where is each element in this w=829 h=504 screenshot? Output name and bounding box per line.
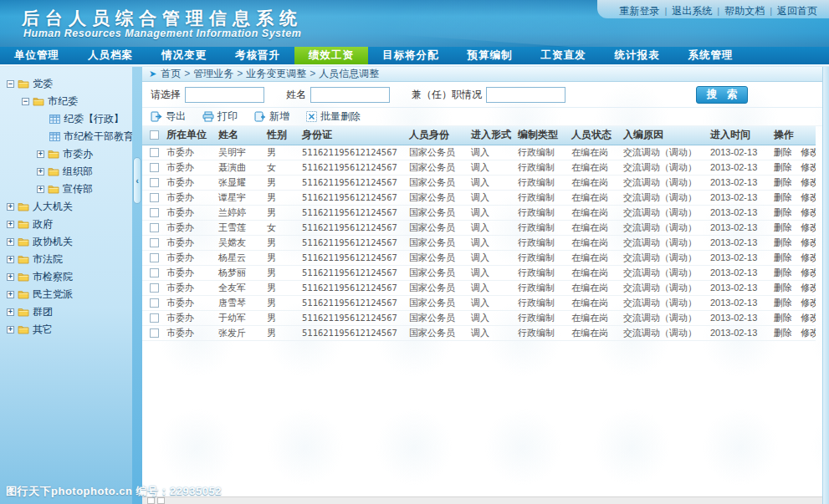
tree-node-6[interactable]: +宣传部 bbox=[0, 181, 132, 198]
tree-node-13[interactable]: +群团 bbox=[0, 303, 132, 321]
expand-toggle-icon[interactable]: + bbox=[37, 168, 44, 176]
expand-toggle-icon[interactable]: + bbox=[7, 221, 14, 228]
row-action-modify[interactable]: 修改 bbox=[801, 207, 816, 217]
collapse-toggle-icon[interactable]: − bbox=[7, 80, 14, 88]
expand-toggle-icon[interactable]: + bbox=[7, 203, 14, 211]
toolbar-button-2[interactable]: 新增 bbox=[254, 109, 289, 124]
row-action-modify[interactable]: 修改 bbox=[801, 328, 816, 338]
row-action-delete[interactable]: 删除 bbox=[774, 298, 792, 308]
tree-node-10[interactable]: +市法院 bbox=[0, 251, 132, 268]
row-action-modify[interactable]: 修改 bbox=[801, 267, 816, 277]
expand-toggle-icon[interactable]: + bbox=[37, 150, 44, 158]
sidebar-collapse-handle[interactable]: ‹ bbox=[133, 157, 141, 204]
expand-toggle-icon[interactable]: + bbox=[7, 326, 14, 333]
tree-node-5[interactable]: +组织部 bbox=[0, 163, 132, 181]
tree-node-2[interactable]: 纪委【行政】 bbox=[0, 110, 132, 128]
row-action-delete[interactable]: 删除 bbox=[774, 267, 792, 277]
tree-node-9[interactable]: +政协机关 bbox=[0, 233, 132, 251]
cell-id_card: 511621195612124567 bbox=[299, 160, 407, 175]
toolbar-button-3[interactable]: 批量删除 bbox=[306, 109, 361, 124]
row-action-modify[interactable]: 修改 bbox=[801, 237, 816, 247]
row-action-delete[interactable]: 删除 bbox=[774, 237, 792, 247]
expand-toggle-icon[interactable]: + bbox=[7, 308, 14, 316]
breadcrumb-part-1[interactable]: 管理业务 bbox=[193, 68, 233, 79]
row-action-modify[interactable]: 修改 bbox=[801, 162, 816, 172]
nav-item-2[interactable]: 情况变更 bbox=[147, 47, 221, 64]
breadcrumb-part-0[interactable]: 首页 bbox=[161, 68, 181, 79]
header-link-0[interactable]: 重新登录 bbox=[619, 5, 659, 17]
nav-item-9[interactable]: 系统管理 bbox=[674, 47, 748, 64]
row-action-modify[interactable]: 修改 bbox=[801, 222, 816, 232]
row-checkbox[interactable] bbox=[150, 298, 159, 308]
tree-node-3[interactable]: 市纪检干部教育培训中心 bbox=[0, 128, 132, 145]
cell-gender: 男 bbox=[264, 295, 299, 310]
row-checkbox[interactable] bbox=[150, 238, 159, 247]
tree-node-4[interactable]: +市委办 bbox=[0, 145, 132, 163]
row-checkbox[interactable] bbox=[150, 208, 159, 217]
pagination-bar[interactable] bbox=[142, 496, 822, 504]
row-checkbox[interactable] bbox=[150, 283, 159, 293]
expand-toggle-icon[interactable]: + bbox=[7, 273, 14, 281]
row-checkbox[interactable] bbox=[150, 223, 159, 232]
expand-toggle-icon[interactable]: + bbox=[7, 291, 14, 298]
row-action-delete[interactable]: 删除 bbox=[774, 313, 792, 323]
tree-node-14[interactable]: +其它 bbox=[0, 321, 132, 339]
expand-toggle-icon[interactable]: + bbox=[7, 256, 14, 263]
row-action-modify[interactable]: 修改 bbox=[801, 298, 816, 308]
row-checkbox[interactable] bbox=[150, 253, 159, 262]
row-action-delete[interactable]: 删除 bbox=[774, 147, 792, 157]
breadcrumb-part-2[interactable]: 业务变更调整 bbox=[246, 68, 306, 79]
select-all-checkbox[interactable] bbox=[150, 130, 159, 140]
row-action-delete[interactable]: 删除 bbox=[774, 207, 792, 217]
row-checkbox[interactable] bbox=[150, 328, 159, 338]
expand-toggle-icon[interactable]: + bbox=[37, 186, 44, 193]
search-input-2[interactable] bbox=[486, 87, 565, 103]
search-input-1[interactable] bbox=[310, 87, 390, 103]
tree-node-11[interactable]: +市检察院 bbox=[0, 268, 132, 286]
toolbar-button-0[interactable]: 导出 bbox=[151, 109, 186, 124]
row-checkbox[interactable] bbox=[150, 313, 159, 323]
collapse-toggle-icon[interactable]: − bbox=[22, 98, 29, 105]
row-action-delete[interactable]: 删除 bbox=[774, 222, 792, 232]
tree-node-12[interactable]: +民主党派 bbox=[0, 286, 132, 303]
tree-node-1[interactable]: −市纪委 bbox=[0, 93, 132, 110]
row-action-modify[interactable]: 修改 bbox=[801, 192, 816, 202]
nav-item-5[interactable]: 目标将分配 bbox=[368, 47, 453, 64]
nav-item-0[interactable]: 单位管理 bbox=[0, 47, 74, 64]
row-action-modify[interactable]: 修改 bbox=[801, 283, 816, 293]
row-checkbox[interactable] bbox=[150, 268, 159, 277]
tree-node-0[interactable]: −党委 bbox=[0, 75, 132, 93]
search-input-0[interactable] bbox=[185, 87, 264, 103]
row-checkbox[interactable] bbox=[150, 148, 159, 157]
header-link-2[interactable]: 帮助文档 bbox=[724, 5, 765, 17]
app-window: 后台人员综合管理信息系统 Human Resources Management … bbox=[0, 0, 829, 504]
row-action-delete[interactable]: 删除 bbox=[774, 283, 792, 293]
nav-item-6[interactable]: 预算编制 bbox=[453, 47, 527, 64]
row-action-modify[interactable]: 修改 bbox=[801, 147, 816, 157]
header-link-1[interactable]: 退出系统 bbox=[672, 5, 712, 17]
row-action-delete[interactable]: 删除 bbox=[774, 162, 792, 172]
row-checkbox[interactable] bbox=[150, 178, 159, 187]
content-scrollbar[interactable] bbox=[822, 67, 829, 504]
nav-item-4[interactable]: 绩效工资 bbox=[294, 47, 368, 64]
row-action-modify[interactable]: 修改 bbox=[801, 177, 816, 187]
tree-node-8[interactable]: +政府 bbox=[0, 216, 132, 233]
row-checkbox[interactable] bbox=[150, 193, 159, 202]
search-button[interactable]: 搜 索 bbox=[696, 86, 748, 104]
row-action-modify[interactable]: 修改 bbox=[801, 313, 816, 323]
breadcrumb-part-3[interactable]: 人员信息调整 bbox=[319, 68, 379, 79]
nav-item-8[interactable]: 统计报表 bbox=[601, 47, 674, 64]
toolbar-button-1[interactable]: 打印 bbox=[202, 109, 238, 124]
tree-node-7[interactable]: +人大机关 bbox=[0, 198, 132, 216]
nav-item-3[interactable]: 考核晋升 bbox=[221, 47, 294, 64]
nav-item-1[interactable]: 人员档案 bbox=[74, 47, 147, 64]
row-action-delete[interactable]: 删除 bbox=[774, 192, 792, 202]
expand-toggle-icon[interactable]: + bbox=[7, 238, 14, 246]
row-action-delete[interactable]: 删除 bbox=[774, 328, 792, 338]
row-action-modify[interactable]: 修改 bbox=[801, 252, 816, 262]
row-action-delete[interactable]: 删除 bbox=[774, 177, 792, 187]
row-action-delete[interactable]: 删除 bbox=[774, 252, 792, 262]
nav-item-7[interactable]: 工资直发 bbox=[527, 47, 601, 64]
header-link-3[interactable]: 返回首页 bbox=[777, 5, 817, 17]
row-checkbox[interactable] bbox=[150, 163, 159, 172]
